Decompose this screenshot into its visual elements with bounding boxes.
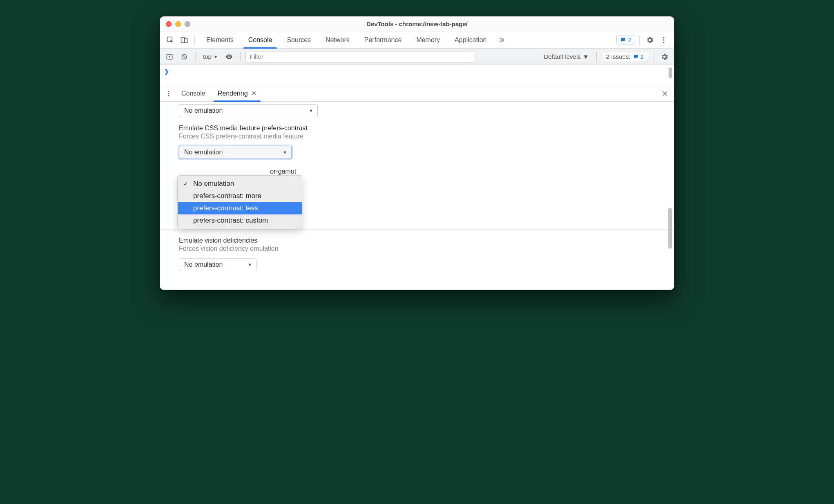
check-icon: ✓ [183, 181, 190, 187]
dropdown-option[interactable]: prefers-contrast: custom [178, 214, 302, 227]
dropdown-option[interactable]: prefers-contrast: more [178, 190, 302, 202]
chevron-down-icon: ▼ [309, 108, 313, 113]
main-tabs: Elements Console Sources Network Perform… [199, 31, 494, 48]
minimize-window-button[interactable] [175, 21, 181, 27]
tab-sources[interactable]: Sources [279, 31, 318, 48]
issues-count-wrap: 2 [633, 53, 644, 60]
scrollbar[interactable] [669, 67, 672, 78]
tab-network[interactable]: Network [318, 31, 357, 48]
devtools-window: DevTools - chrome://new-tab-page/ Elemen… [160, 16, 674, 290]
divider [240, 52, 241, 61]
section-title: Emulate CSS media feature prefers-contra… [179, 125, 674, 132]
option-label: prefers-contrast: custom [193, 216, 268, 225]
rendering-pane: No emulation ▼ Emulate CSS media feature… [160, 102, 674, 290]
dropdown-option[interactable]: ✓ No emulation [178, 178, 302, 190]
console-toolbar: top ▼ Default levels ▼ 2 Issues: 2 [160, 49, 674, 65]
settings-icon[interactable] [644, 34, 656, 46]
divider [639, 36, 640, 45]
section-prefers-contrast: Emulate CSS media feature prefers-contra… [179, 125, 674, 159]
svg-point-10 [168, 93, 169, 94]
divider [194, 36, 195, 45]
svg-point-8 [228, 56, 230, 57]
option-label: prefers-contrast: less [193, 204, 258, 212]
context-label: top [203, 53, 212, 60]
section-subtitle: Forces CSS prefers-contrast media featur… [179, 133, 674, 140]
drawer-tabstrip: Console Rendering ✕ [160, 85, 674, 102]
filter-input[interactable] [245, 51, 474, 62]
live-expression-icon[interactable] [223, 51, 235, 63]
divider [653, 52, 653, 61]
traffic-lights [160, 21, 190, 27]
svg-point-9 [168, 91, 169, 92]
prompt-caret-icon: ❯ [164, 68, 169, 75]
close-window-button[interactable] [166, 21, 172, 27]
prefers-contrast-select[interactable]: No emulation ▼ [179, 146, 292, 159]
issues-count: 2 [640, 53, 644, 60]
emulation-select-generic[interactable]: No emulation ▼ [179, 104, 318, 117]
option-label: prefers-contrast: more [193, 192, 261, 200]
divider [195, 52, 196, 61]
more-tabs-icon[interactable] [495, 34, 508, 46]
chevron-down-icon: ▼ [248, 262, 252, 267]
tab-application[interactable]: Application [447, 31, 494, 48]
tab-performance[interactable]: Performance [357, 31, 409, 48]
scrollbar[interactable] [668, 208, 672, 249]
drawer-tab-console[interactable]: Console [176, 85, 211, 101]
more-options-icon[interactable] [658, 34, 670, 46]
svg-rect-2 [185, 38, 187, 42]
select-value: No emulation [184, 107, 223, 114]
issues-chip-count: 2 [628, 37, 631, 43]
option-label: No emulation [193, 180, 234, 188]
issues-label: 2 Issues: [606, 53, 631, 60]
drawer-tab-label: Rendering [218, 90, 248, 97]
select-value: No emulation [184, 149, 223, 156]
log-level-select[interactable]: Default levels ▼ [542, 53, 591, 60]
zoom-window-button[interactable] [185, 21, 190, 27]
device-toolbar-icon[interactable] [178, 34, 190, 46]
close-tab-icon[interactable]: ✕ [251, 89, 256, 97]
dropdown-option[interactable]: prefers-contrast: less [178, 202, 302, 214]
main-tabstrip: Elements Console Sources Network Perform… [160, 31, 674, 49]
section-subtitle: Forces vision deficiency emulation [179, 245, 674, 252]
divider [596, 52, 597, 61]
console-settings-icon[interactable] [658, 51, 671, 63]
tab-memory[interactable]: Memory [409, 31, 447, 48]
clear-console-icon[interactable] [178, 51, 190, 63]
svg-point-11 [168, 95, 169, 96]
section-vision-deficiencies: Emulate vision deficiencies Forces visio… [179, 237, 674, 271]
select-value: No emulation [184, 261, 223, 268]
svg-point-4 [663, 39, 664, 40]
drawer-more-icon[interactable] [163, 87, 175, 100]
svg-point-5 [663, 42, 664, 43]
section-title: Emulate vision deficiencies [179, 237, 674, 244]
prefers-contrast-dropdown: ✓ No emulation prefers-contrast: more pr… [177, 175, 302, 229]
titlebar: DevTools - chrome://new-tab-page/ [160, 17, 674, 31]
drawer-tab-rendering[interactable]: Rendering ✕ [212, 85, 262, 101]
drawer-tab-label: Console [181, 90, 205, 97]
issues-chip[interactable]: 2 [616, 36, 635, 45]
vision-deficiency-select[interactable]: No emulation ▼ [179, 258, 256, 271]
tab-elements[interactable]: Elements [199, 31, 241, 48]
section-title-partial: Emulate CSS media feature color-gamut [179, 168, 674, 175]
window-title: DevTools - chrome://new-tab-page/ [160, 20, 674, 27]
svg-rect-1 [181, 37, 185, 42]
console-body[interactable]: ❯ [160, 65, 674, 85]
chevron-down-icon: ▼ [283, 150, 287, 155]
log-level-label: Default levels [544, 53, 581, 60]
issues-pill[interactable]: 2 Issues: 2 [602, 52, 648, 61]
toggle-sidebar-icon[interactable] [163, 51, 176, 63]
context-select[interactable]: top ▼ [201, 53, 221, 60]
svg-point-3 [663, 37, 664, 38]
chevron-down-icon: ▼ [214, 54, 218, 59]
divider [160, 229, 674, 230]
chevron-down-icon: ▼ [583, 53, 589, 60]
inspect-element-icon[interactable] [164, 34, 176, 46]
tab-console[interactable]: Console [241, 31, 280, 48]
drawer-close-icon[interactable] [658, 87, 671, 100]
